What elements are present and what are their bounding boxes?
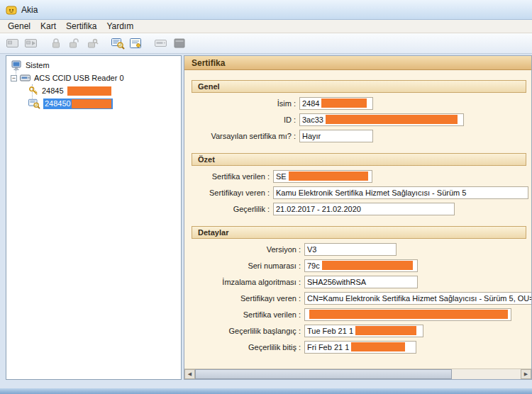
gecerlilik-baslangic-field[interactable]: Tue Feb 21 1 — [304, 325, 423, 337]
field-row: Sertifikayı veren : CN=Kamu Elektronik S… — [192, 291, 531, 305]
id-field[interactable]: 3ac33 — [299, 113, 464, 126]
card-reader-icon — [20, 74, 31, 82]
id-label: ID : — [192, 116, 296, 124]
app-icon[interactable] — [6, 4, 17, 16]
tree-item-certificate[interactable]: 248450 — [6, 97, 181, 110]
tree-item-sistem[interactable]: Sistem — [6, 59, 181, 72]
scrollbar-track[interactable] — [195, 369, 521, 379]
gecerlilik-label: Geçerlilik : — [192, 205, 270, 213]
field-row: Sertifikayı veren : Kamu Elektronik Sert… — [192, 186, 531, 199]
section-ozet-header: Özet — [192, 153, 526, 166]
redaction-overlay — [72, 99, 111, 108]
computer-icon — [11, 60, 23, 71]
lock-icon[interactable] — [47, 35, 65, 52]
varsayilan-sertifika-field[interactable]: Hayır — [299, 130, 373, 142]
menu-sertifika[interactable]: Sertifika — [61, 21, 101, 32]
tree-label: ACS CCID USB Reader 0 — [34, 74, 124, 82]
toolbar — [0, 33, 532, 54]
menu-kart[interactable]: Kart — [35, 21, 61, 32]
gecerlilik-bitis-label: Geçerlilik bitiş : — [192, 343, 301, 351]
field-row: Sertifika verilen : — [192, 308, 531, 321]
gecerlilik-baslangic-label: Geçerlilik başlangıç : — [192, 327, 301, 335]
certificate-details-icon[interactable] — [127, 35, 145, 52]
sertifikayi-veren-detay-label: Sertifikayı veren : — [192, 294, 301, 303]
panel-title: Sertifika — [184, 56, 531, 70]
scrollbar-thumb[interactable] — [195, 369, 452, 379]
window-bottom-frame — [0, 388, 532, 394]
window-title: Akia — [21, 5, 38, 15]
versiyon-label: Versiyon : — [192, 245, 301, 254]
horizontal-scrollbar[interactable]: ◀ ▶ — [184, 368, 531, 379]
field-row: Sertifika verilen : SE — [192, 169, 531, 183]
isim-field[interactable]: 2484 — [299, 97, 373, 110]
section-genel: Genel İsim : 2484 ID : 3ac33 Va — [192, 80, 531, 142]
certificate-search-icon — [28, 98, 40, 109]
field-row: Seri numarası : 79c — [192, 259, 531, 272]
seri-numarasi-field[interactable]: 79c — [304, 259, 418, 272]
lock-open-icon[interactable] — [65, 35, 84, 52]
versiyon-field[interactable]: V3 — [304, 243, 397, 256]
field-row: İmzalama algoritması : SHA256withRSA — [192, 275, 531, 288]
menu-genel[interactable]: Genel — [3, 21, 35, 32]
sertifika-verilen-detay-field[interactable] — [304, 308, 511, 321]
certificate-form: Genel İsim : 2484 ID : 3ac33 Va — [184, 70, 531, 368]
varsayilan-label: Varsayılan sertifika mı? : — [192, 132, 296, 140]
dark-window-icon[interactable] — [170, 35, 189, 52]
section-ozet: Özet Sertifika verilen : SE Sertifikayı … — [192, 153, 531, 215]
field-row: Varsayılan sertifika mı? : Hayır — [192, 129, 531, 142]
sertifikayi-veren-label: Sertifikayı veren : — [192, 188, 270, 197]
redaction-overlay — [326, 115, 458, 124]
certificate-search-icon[interactable] — [109, 35, 127, 52]
app-window: Akia Genel Kart Sertifika Yardım — [0, 0, 532, 394]
titlebar[interactable]: Akia — [0, 0, 532, 20]
menubar: Genel Kart Sertifika Yardım — [0, 20, 532, 33]
field-row: Geçerlilik : 21.02.2017 - 21.02.2020 — [192, 202, 531, 215]
selected-tree-label: 248450 — [43, 98, 113, 109]
key-icon — [28, 86, 39, 96]
sertifikayi-veren-detay-field[interactable]: CN=Kamu Elektronik Sertifika Hizmet Sağl… — [304, 292, 531, 305]
redaction-overlay — [289, 171, 368, 181]
scroll-left-button[interactable]: ◀ — [184, 369, 195, 379]
section-detaylar-header: Detaylar — [192, 226, 526, 239]
sertifika-verilen-detay-label: Sertifika verilen : — [192, 310, 301, 319]
redaction-overlay — [321, 98, 367, 108]
field-row: Geçerlilik başlangıç : Tue Feb 21 1 — [192, 324, 531, 337]
gecerlilik-field[interactable]: 21.02.2017 - 21.02.2020 — [273, 203, 455, 215]
imzalama-algoritmasi-label: İmzalama algoritması : — [192, 278, 301, 286]
smartcard-import-icon[interactable] — [22, 35, 40, 52]
isim-label: İsim : — [192, 99, 296, 108]
redaction-overlay — [355, 326, 416, 335]
field-row: Geçerlilik bitiş : Fri Feb 21 1 — [192, 340, 531, 354]
sertifika-verilen-label: Sertifika verilen : — [192, 172, 270, 181]
section-detaylar: Detaylar Versiyon : V3 Seri numarası : 7… — [192, 226, 531, 354]
redaction-overlay — [351, 342, 405, 351]
redaction-overlay — [322, 261, 413, 270]
field-row: İsim : 2484 — [192, 96, 531, 110]
section-genel-header: Genel — [192, 80, 526, 93]
field-row: Versiyon : V3 — [192, 242, 531, 256]
tree-label: 24845 — [42, 86, 64, 95]
key-lock-icon[interactable] — [84, 35, 102, 52]
certificate-panel: Sertifika Genel İsim : 2484 ID : 3ac33 — [184, 55, 532, 380]
seri-numarasi-label: Seri numarası : — [192, 261, 301, 270]
card-reader-icon[interactable] — [152, 35, 170, 52]
gecerlilik-bitis-field[interactable]: Fri Feb 21 1 — [304, 341, 416, 354]
redaction-overlay — [309, 310, 508, 319]
collapse-toggle-icon[interactable]: − — [11, 75, 17, 81]
imzalama-algoritmasi-field[interactable]: SHA256withRSA — [304, 276, 418, 288]
tree-item-reader[interactable]: − ACS CCID USB Reader 0 — [6, 72, 181, 84]
menu-yardim[interactable]: Yardım — [101, 21, 138, 32]
tree-item-key[interactable]: 24845 — [6, 84, 181, 97]
tree-label: Sistem — [26, 61, 50, 69]
smartcard-icon[interactable] — [4, 35, 22, 52]
scroll-right-button[interactable]: ▶ — [521, 369, 531, 379]
field-row: ID : 3ac33 — [192, 113, 531, 126]
sertifika-verilen-field[interactable]: SE — [273, 170, 372, 183]
sertifikayi-veren-field[interactable]: Kamu Elektronik Sertifika Hizmet Sağlayı… — [273, 186, 528, 199]
redaction-overlay — [67, 86, 111, 96]
tree-panel: Sistem − ACS CCID USB Reader 0 24845 248… — [6, 55, 182, 380]
